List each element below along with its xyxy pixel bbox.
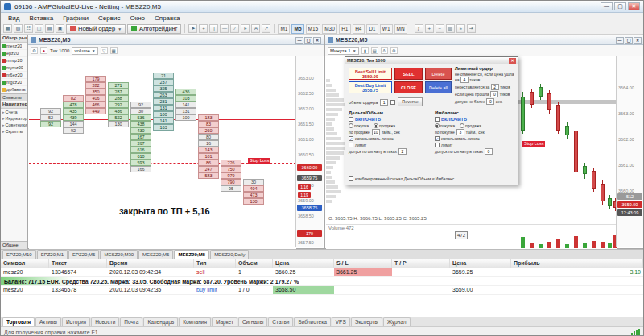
chart-close-button[interactable]: ✕ xyxy=(634,37,642,44)
timeframe-h1[interactable]: H1 xyxy=(339,24,351,34)
radio-option[interactable]: покупка xyxy=(435,123,455,128)
number-input[interactable]: 2 xyxy=(491,84,499,90)
column-header[interactable]: Тикет xyxy=(49,259,107,268)
minimize-button[interactable]: — xyxy=(601,2,613,10)
radio-option[interactable]: покупка xyxy=(349,123,369,128)
best-sell-limit-button[interactable]: Best Sell Limit3659.00 xyxy=(349,68,392,80)
delta-toggle-icon[interactable]: Δ xyxy=(381,47,388,54)
toolbox-tab[interactable]: Статьи xyxy=(268,317,293,326)
chart-shift-icon[interactable]: ⇥ xyxy=(467,24,476,33)
order-row[interactable]: mesz20133465782020.12.03 09:42:35buy lim… xyxy=(1,286,643,295)
timeframe-d1[interactable]: D1 xyxy=(366,24,378,34)
fibonacci-icon[interactable]: F xyxy=(241,24,250,33)
text-label-icon[interactable]: A xyxy=(251,24,260,33)
number-input[interactable]: 10 xyxy=(372,129,380,135)
column-header[interactable]: Прибыль xyxy=(511,259,643,268)
column-header[interactable]: Цена xyxy=(273,259,334,268)
radio-icon[interactable] xyxy=(374,123,378,128)
enable-checkbox[interactable] xyxy=(435,117,440,122)
toolbox-icon[interactable]: ▣ xyxy=(56,24,64,33)
menu-item[interactable]: Справка xyxy=(150,14,184,23)
trendline-icon[interactable]: ∕ xyxy=(230,24,239,33)
order-volume-input[interactable]: 1 xyxy=(380,99,388,106)
menu-item[interactable]: Графики xyxy=(58,14,93,23)
toolbox-tab[interactable]: Активы xyxy=(35,317,61,326)
column-header[interactable]: Символ xyxy=(1,259,49,268)
chart-tab[interactable]: MESZ20;M5 xyxy=(138,250,173,259)
toolbox-tab[interactable]: Библиотека xyxy=(294,317,330,326)
combined-signal-checkbox[interactable] xyxy=(349,176,353,181)
radio-option[interactable]: продажа xyxy=(374,123,395,128)
navigator-item[interactable]: ▸Советники xyxy=(1,122,27,128)
timeframe-m1[interactable]: M1 xyxy=(278,24,290,34)
column-header[interactable]: T / P xyxy=(392,259,450,268)
timeframe-h4[interactable]: H4 xyxy=(353,24,365,34)
cursor-icon[interactable]: ➤ xyxy=(188,24,197,33)
market-watch-row[interactable]: добавить xyxy=(1,86,27,93)
column-header[interactable]: S / L xyxy=(334,259,392,268)
chart-tab[interactable]: EPZ20;M10 xyxy=(2,250,36,259)
new-order-button[interactable]: Новый ордер▼ xyxy=(66,24,126,34)
column-header[interactable]: Цена xyxy=(450,259,511,268)
chart-minimize-button[interactable]: — xyxy=(295,37,303,44)
delete-all-button[interactable]: Delete all xyxy=(425,81,452,93)
chart-tab[interactable]: EPZ20;M5 xyxy=(68,250,99,259)
candle-style-icon[interactable]: ▮ xyxy=(361,47,369,54)
number-input[interactable]: 0 xyxy=(490,91,498,97)
chart-maximize-button[interactable]: ▢ xyxy=(625,37,633,44)
chart-tab[interactable]: MESZ20;M5 xyxy=(174,250,209,259)
toolbox-tab[interactable]: Маркет xyxy=(212,317,237,326)
timeframe-w1[interactable]: W1 xyxy=(380,24,393,34)
zoom-out-icon[interactable]: − xyxy=(436,24,444,33)
column-header[interactable]: Тип xyxy=(194,259,236,268)
volume-checkbox[interactable] xyxy=(390,100,395,105)
market-watch-tab-symbols[interactable]: Символы xyxy=(1,93,27,101)
column-header[interactable]: Время xyxy=(107,259,194,268)
chart-tab[interactable]: MESZ20;M30 xyxy=(100,250,138,259)
timeframe-m15[interactable]: M15 xyxy=(306,24,321,34)
enable-checkbox[interactable] xyxy=(349,117,353,122)
horizontal-line-icon[interactable]: — xyxy=(220,24,229,33)
checkbox-icon[interactable] xyxy=(349,143,353,147)
chart-tab[interactable]: MESZ20;Daily xyxy=(210,250,249,259)
cluster-settings-icon[interactable]: ⚙ xyxy=(31,47,38,54)
navigator-icon[interactable]: ▤ xyxy=(45,24,54,33)
toolbox-tab[interactable]: Торговля xyxy=(2,317,35,326)
column-header[interactable]: Объем xyxy=(236,259,273,268)
period-select[interactable]: Минута 1▼ xyxy=(328,47,359,55)
checkbox-icon[interactable]: ✓ xyxy=(349,136,353,141)
chart-minimize-button[interactable]: — xyxy=(616,37,624,44)
market-watch-row[interactable]: mesz20 xyxy=(1,43,27,50)
tile-windows-icon[interactable]: ▥ xyxy=(446,24,455,33)
toolbox-tab[interactable]: VPS xyxy=(332,317,350,326)
market-watch-row[interactable]: epz20 xyxy=(1,50,27,57)
cluster-mode-select[interactable]: volume▼ xyxy=(72,47,97,55)
maximize-button[interactable]: ▢ xyxy=(614,2,626,10)
cluster-chart-canvas[interactable]: Stop Loss закрыта по ТП + 5,16 925292824… xyxy=(29,56,296,249)
checkbox-icon[interactable] xyxy=(435,143,440,147)
market-watch-row[interactable]: mgcz20 xyxy=(1,79,27,86)
record-icon[interactable]: ● xyxy=(40,47,47,54)
position-row[interactable]: mesz20133465742020.12.03 09:42:34sell136… xyxy=(1,268,643,277)
vertical-line-icon[interactable]: | xyxy=(209,24,218,33)
number-input[interactable]: 4 xyxy=(460,77,469,83)
chart-tab[interactable]: EPZ20;M1 xyxy=(37,250,68,259)
toolbox-tab[interactable]: Почта xyxy=(120,317,142,326)
toolbox-tab[interactable]: Компания xyxy=(179,317,211,326)
number-input[interactable]: 0 xyxy=(485,148,493,155)
number-input[interactable]: 0 xyxy=(486,98,494,105)
timeframe-m30[interactable]: M30 xyxy=(322,24,337,34)
crosshair-icon[interactable]: + xyxy=(199,24,208,33)
zoom-in-icon[interactable]: + xyxy=(425,24,434,33)
market-watch-row[interactable]: m6ez20 xyxy=(1,72,27,79)
timeframe-m5[interactable]: M5 xyxy=(291,24,303,34)
market-watch-row[interactable]: mnqz20 xyxy=(1,57,27,64)
close-position-button[interactable]: CLOSE xyxy=(394,81,423,93)
close-icon[interactable]: ✕ xyxy=(509,58,516,64)
toolbox-tab[interactable]: Новости xyxy=(91,317,119,326)
arrow-icon[interactable]: ↗ xyxy=(262,24,270,33)
close-button[interactable]: ✕ xyxy=(628,2,640,10)
menu-item[interactable]: Вставка xyxy=(24,14,58,23)
data-window-icon[interactable]: ◫ xyxy=(35,24,43,33)
menu-item[interactable]: Вид xyxy=(3,14,24,23)
